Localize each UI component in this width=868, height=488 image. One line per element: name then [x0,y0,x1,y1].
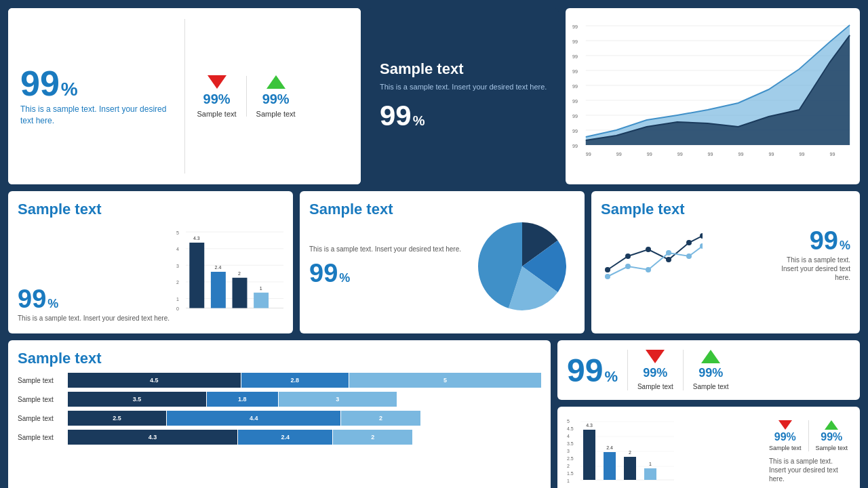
up-indicator: 99% Sample text [256,75,296,118]
svg-text:99: 99 [586,151,591,157]
svg-text:1.5: 1.5 [567,471,574,476]
indicator-row: 99% Sample text 99% Sample text [197,75,349,118]
hbar-seg1-3: 2.5 [68,411,166,426]
svg-text:99: 99 [830,151,835,157]
divider2 [683,350,684,390]
svg-text:4: 4 [176,247,179,251]
row1: 99 % This is a sample text. Insert your … [8,8,860,184]
svg-point-49 [605,267,610,272]
hbar-seg2-1: 2.8 [241,373,349,388]
row3-kpi-card: 99 % 99% Sample text 99% Sample text [557,340,860,400]
pie-chart-svg [478,222,566,310]
svg-text:99: 99 [677,151,683,157]
svg-rect-77 [604,452,616,480]
main-kpi-desc: This is a sample text. Insert your desir… [20,104,172,127]
hbar-label-1: Sample text [18,377,65,384]
svg-text:5: 5 [176,230,179,235]
mini-up: 99% Sample text [816,420,848,451]
svg-point-58 [666,250,671,256]
hbar-seg2-3: 4.4 [167,411,340,426]
svg-text:3: 3 [567,449,570,453]
hbar-track-2: 3.5 1.8 3 [68,392,541,407]
up-label: Sample text [256,110,296,118]
mini-up-arrow [825,420,838,430]
row2-card3-title: Sample text [601,201,850,218]
svg-point-51 [646,247,651,252]
mini-divider [808,420,809,451]
row3-down-indicator: 99% Sample text [637,350,673,390]
mini-up-lbl: Sample text [816,445,848,451]
row3-title: Sample text [18,350,541,367]
hbar-track-4: 4.3 2.4 2 [68,430,541,445]
row1-area-chart: 99 99 99 99 99 99 99 99 99 [566,8,860,184]
svg-text:99: 99 [647,151,652,157]
row2-pie-card: Sample text This is a sample text. Inser… [300,191,585,333]
row3-big-suffix: % [604,368,618,386]
row3-up-arrow [701,350,720,363]
row2-card1-number: 99 [18,285,46,314]
svg-text:4.3: 4.3 [193,236,200,241]
svg-rect-45 [233,278,248,308]
svg-point-52 [666,257,671,262]
svg-text:99: 99 [572,39,578,45]
svg-rect-75 [583,430,595,480]
row3: Sample text Sample text 4.5 2.8 5 Sample… [8,340,860,483]
hbar-row-2: Sample text 3.5 1.8 3 [18,392,541,407]
row3-bar-indicator-card: 5 4.5 4 3.5 3 2.5 2 1.5 1 [557,407,860,488]
svg-text:99: 99 [738,151,744,157]
row2-card2-desc: This is a sample text. Insert your desir… [309,245,461,253]
hbar-seg2-2: 1.8 [207,392,278,407]
svg-text:1: 1 [260,286,262,291]
area-chart-svg: 99 99 99 99 99 99 99 99 99 [572,15,853,164]
hbar-seg2-4: 2.4 [238,430,333,445]
svg-text:4.5: 4.5 [567,426,574,431]
svg-rect-79 [624,457,636,480]
svg-point-57 [646,267,651,272]
row1-kpi-main: 99 % This is a sample text. Insert your … [8,8,184,184]
row2-card2-title: Sample text [309,201,575,218]
svg-text:99: 99 [708,151,713,157]
dashboard: 99 % This is a sample text. Insert your … [0,0,868,488]
svg-rect-81 [644,468,656,480]
row2-card1-title: Sample text [18,201,283,218]
hbar-label-3: Sample text [18,415,65,422]
down-arrow-icon [208,75,226,89]
row2-card1-desc: This is a sample text. Insert your desir… [18,314,170,323]
hbar-container: Sample text 4.5 2.8 5 Sample text 3.5 1.… [18,373,541,445]
hbar-row-1: Sample text 4.5 2.8 5 [18,373,541,388]
svg-text:99: 99 [572,54,578,60]
hbar-seg3-2: 3 [279,392,397,407]
svg-text:99: 99 [616,151,622,157]
main-kpi-suffix: % [61,79,78,100]
bar-chart-svg: 5 4 3 2 1 0 [176,221,283,323]
svg-text:2: 2 [238,271,241,276]
row2-card2-number: 99 [309,259,338,288]
svg-text:2: 2 [176,280,179,285]
row1-indicators: 99% Sample text 99% Sample text [185,8,361,184]
row3-mini-indicators: 99% Sample text 99% Sample text This is … [769,420,850,483]
row3-bar-svg: 5 4.5 4 3.5 3 2.5 2 1.5 1 [567,416,675,484]
hbar-seg1-1: 4.5 [68,373,241,388]
hbar-seg3-1: 5 [349,373,541,388]
hbar-row-3: Sample text 2.5 4.4 2 [18,411,541,426]
up-value: 99% [262,92,290,107]
row2-bar-card: Sample text 99 % This is a sample text. … [8,191,293,333]
svg-rect-41 [189,243,204,308]
row2-card2-suffix: % [339,271,350,285]
svg-text:2.4: 2.4 [606,445,613,450]
down-value: 99% [203,92,231,107]
down-indicator: 99% Sample text [197,75,237,118]
svg-text:3.5: 3.5 [567,441,574,446]
mini-down-val: 99% [774,431,796,443]
row3-hbar-card: Sample text Sample text 4.5 2.8 5 Sample… [8,340,551,488]
hbar-seg3-4: 2 [333,430,412,445]
svg-rect-43 [211,272,226,308]
sparkline-container [601,222,764,286]
svg-text:99: 99 [572,128,578,134]
svg-rect-47 [254,293,269,308]
svg-text:99: 99 [572,143,578,149]
divider [627,350,628,390]
svg-text:99: 99 [572,24,578,30]
row2-card3-kpi: 99 % This is a sample text. Insert your … [769,226,850,282]
hbar-label-4: Sample text [18,434,65,441]
